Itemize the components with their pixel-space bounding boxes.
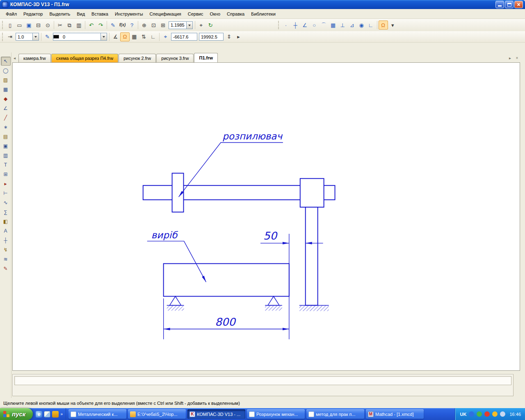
new-document-button[interactable]: ▯: [5, 21, 15, 30]
toolbar-overflow-button[interactable]: ▸: [234, 32, 243, 41]
cursor-step-dropdown-icon[interactable]: [32, 33, 39, 40]
ortho-mode-button[interactable]: ∟: [148, 32, 158, 41]
snap-cross-button[interactable]: ┼: [291, 21, 300, 30]
dim-50-text[interactable]: 50: [263, 230, 278, 242]
drawing-canvas[interactable]: розпилювач виріб 50 800: [12, 62, 520, 371]
menu-tools[interactable]: Инструменты: [112, 10, 146, 18]
tab-kamera[interactable]: камера.frw: [18, 54, 51, 62]
snap-arc-button[interactable]: ⌒: [319, 21, 329, 30]
tab-risunok-2[interactable]: рисунок 2.frw: [119, 54, 156, 62]
layer-dropdown-icon[interactable]: [100, 33, 107, 40]
clock[interactable]: 16:46: [509, 412, 521, 417]
table-tool-icon[interactable]: ⊞: [1, 170, 11, 179]
internet-explorer-icon[interactable]: e: [36, 411, 42, 418]
language-indicator[interactable]: UK: [460, 412, 467, 417]
snap-point-button[interactable]: ∙: [281, 21, 291, 30]
quick-launch-chevron-icon[interactable]: »: [60, 412, 63, 416]
menu-insert[interactable]: Вставка: [88, 10, 112, 18]
tab-shema-obshchaya[interactable]: схема общая разрез П4.frw: [51, 54, 118, 62]
cut-button[interactable]: ✂: [55, 21, 65, 30]
dim-800-text[interactable]: 800: [215, 316, 236, 328]
tab-scroll-left-button[interactable]: ◂: [11, 55, 18, 61]
point-tool-icon[interactable]: ∗: [1, 123, 11, 132]
local-axes-button[interactable]: ⇅: [139, 32, 148, 41]
grid-tool-icon[interactable]: ▦: [1, 85, 11, 94]
context-help-button[interactable]: ?: [127, 21, 137, 30]
toolbar-grip[interactable]: [2, 21, 3, 29]
column[interactable]: [306, 207, 318, 305]
cursor-step-combo[interactable]: 1.0: [16, 33, 39, 41]
tab-risunok-3[interactable]: рисунок 3.frw: [156, 54, 194, 62]
sprayer-label[interactable]: розпилювач: [222, 131, 283, 142]
snap-grid-button[interactable]: ▦: [329, 21, 338, 30]
menu-editor[interactable]: Редактор: [20, 10, 46, 18]
taskbar-button-kompas[interactable]: K КОМПАС-3D V13 - ...: [187, 409, 245, 419]
start-button[interactable]: пуск: [0, 408, 33, 420]
view-tool-icon[interactable]: ▣: [1, 142, 11, 151]
geometry-tool-icon[interactable]: ◯: [1, 66, 11, 75]
marker-tool-icon[interactable]: ▸: [1, 179, 11, 188]
undo-button[interactable]: ↶: [87, 21, 96, 30]
layer-settings-button[interactable]: ✎: [43, 32, 52, 41]
volume-tray-icon[interactable]: [500, 411, 505, 417]
snap-circle-button[interactable]: ○: [310, 21, 319, 30]
zoom-all-button[interactable]: ⊞: [158, 21, 168, 30]
copy-button[interactable]: ⧉: [65, 21, 74, 30]
axes-tool-icon[interactable]: ┼: [1, 236, 11, 245]
zoom-window-button[interactable]: ⊡: [149, 21, 158, 30]
magnet-button[interactable]: Ω: [379, 21, 388, 30]
edit-tool-icon[interactable]: ◆: [1, 94, 11, 103]
snap-perpendicular-button[interactable]: ⊥: [338, 21, 347, 30]
hatch-tool-icon[interactable]: ▨: [1, 75, 11, 84]
menu-file[interactable]: Файл: [2, 10, 20, 18]
toolbar-grip[interactable]: [2, 33, 3, 41]
angle-tool-icon[interactable]: ∠: [1, 104, 11, 113]
menu-specification[interactable]: Спецификация: [146, 10, 185, 18]
support-left[interactable]: [170, 296, 181, 305]
update-tray-icon[interactable]: [484, 411, 490, 417]
toolbar-grip[interactable]: [278, 21, 279, 29]
copy-properties-button[interactable]: ✎: [108, 21, 118, 30]
text-tool-icon[interactable]: T: [1, 160, 11, 169]
menu-service[interactable]: Сервис: [185, 10, 207, 18]
sheet-tool-icon[interactable]: ▤: [1, 132, 11, 141]
collect-tool-icon[interactable]: ∑: [1, 208, 11, 217]
antivirus-tray-icon[interactable]: [477, 411, 482, 417]
support-right[interactable]: [268, 296, 279, 305]
menu-window[interactable]: Окно: [206, 10, 224, 18]
snap-nearest-button[interactable]: ⊿: [347, 21, 357, 30]
coordinates-button[interactable]: ⌖: [161, 32, 170, 41]
tab-scroll-right-button[interactable]: ▸: [507, 55, 513, 61]
paste-button[interactable]: ▥: [74, 21, 84, 30]
zoom-dropdown-icon[interactable]: [186, 22, 192, 29]
media-player-icon[interactable]: [52, 411, 59, 418]
insert-tool-icon[interactable]: ▥: [1, 151, 11, 160]
break-tool-icon[interactable]: ↯: [1, 245, 11, 254]
tab-close-button[interactable]: ×: [514, 55, 520, 61]
toolbar-overflow-button[interactable]: ▾: [388, 21, 397, 30]
snap-angle-button[interactable]: ∠: [300, 21, 310, 30]
line-tool-icon[interactable]: ╱: [1, 113, 11, 122]
taskbar-button-mathcad[interactable]: M Mathcad - [1.xmcd]: [366, 409, 424, 419]
cursor-step-button[interactable]: ⇥: [5, 32, 15, 41]
minimize-button[interactable]: [495, 1, 504, 8]
snaps-toggle-button[interactable]: Ω: [120, 32, 130, 41]
spline-tool-icon[interactable]: ∿: [1, 198, 11, 207]
coordinate-y-field[interactable]: 19992.5: [199, 33, 224, 41]
zoom-in-button[interactable]: ⊕: [139, 21, 149, 30]
taskbar-button-rozrakhunok[interactable]: Розрахунок механ...: [247, 409, 305, 419]
refresh-button[interactable]: ↻: [206, 21, 215, 30]
open-button[interactable]: ▭: [15, 21, 24, 30]
region-tool-icon[interactable]: ◧: [1, 217, 11, 226]
menu-select[interactable]: Выделить: [46, 10, 73, 18]
show-desktop-icon[interactable]: [44, 411, 50, 418]
calculator-button[interactable]: f(x): [118, 21, 127, 30]
coordinate-x-field[interactable]: -6617.6: [171, 33, 197, 41]
close-button[interactable]: ×: [514, 1, 523, 8]
workpiece[interactable]: [164, 264, 289, 297]
pan-button[interactable]: ⌖: [196, 21, 206, 30]
taskbar-button-metallicheskiy[interactable]: Металлический к...: [68, 409, 126, 419]
menu-libraries[interactable]: Библиотеки: [248, 10, 279, 18]
preview-button[interactable]: ⊙: [43, 21, 52, 30]
grid-toggle-button[interactable]: ▦: [130, 32, 139, 41]
